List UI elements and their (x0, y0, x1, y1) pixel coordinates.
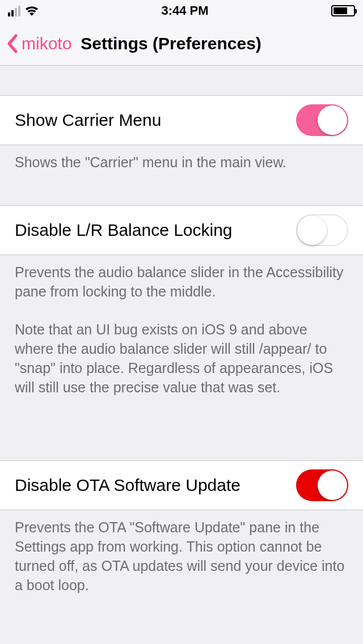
switch-disable-ota[interactable] (296, 469, 348, 501)
cell-disable-lr-balance: Disable L/R Balance Locking (0, 205, 363, 255)
cell-show-carrier-menu: Show Carrier Menu (0, 95, 363, 145)
switch-show-carrier-menu[interactable] (296, 104, 348, 136)
battery-icon (331, 5, 355, 16)
switch-disable-lr-balance[interactable] (296, 214, 348, 246)
footer-show-carrier-menu: Shows the "Carrier" menu in the main vie… (0, 145, 363, 172)
signal-icon (8, 6, 20, 16)
back-button[interactable] (7, 33, 18, 54)
page-title: Settings (Preferences) (81, 34, 261, 53)
footer-disable-lr-balance: Prevents the audio balance slider in the… (0, 255, 363, 397)
cell-label: Disable OTA Software Update (15, 476, 240, 495)
content: Show Carrier Menu Shows the "Carrier" me… (0, 66, 363, 595)
wifi-icon (25, 6, 39, 16)
footer-disable-ota: Prevents the OTA "Software Update" pane … (0, 510, 363, 595)
nav-bar: mikoto Settings (Preferences) (0, 22, 363, 66)
status-bar: 3:44 PM (0, 0, 363, 22)
cell-label: Show Carrier Menu (15, 111, 161, 130)
cell-disable-ota: Disable OTA Software Update (0, 460, 363, 510)
status-time: 3:44 PM (161, 3, 208, 18)
cell-label: Disable L/R Balance Locking (15, 221, 233, 240)
back-label[interactable]: mikoto (22, 34, 71, 53)
